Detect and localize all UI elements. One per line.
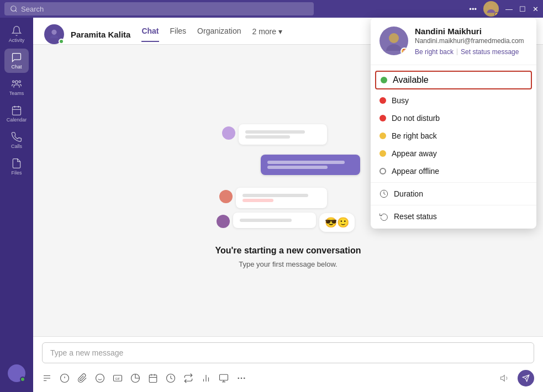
- sidebar-item-files[interactable]: Files: [4, 155, 29, 179]
- dropdown-user-name: Nandini Maikhuri: [415, 27, 528, 36]
- gif-icon[interactable]: GIF: [113, 373, 123, 383]
- svg-point-31: [241, 378, 242, 379]
- status-item-busy[interactable]: Busy: [371, 92, 536, 109]
- svg-point-30: [238, 378, 239, 379]
- dropdown-status-divider: [457, 49, 457, 55]
- conversation-title: You're starting a new conversation: [215, 246, 361, 256]
- sidebar-item-teams[interactable]: Teams: [4, 75, 29, 99]
- status-item-brb[interactable]: Be right back: [371, 127, 536, 145]
- message-toolbar: GIF: [42, 368, 534, 389]
- sidebar-item-calendar[interactable]: Calendar: [4, 102, 29, 126]
- busy-status-dot: [379, 97, 386, 104]
- illustration-bubble-3: [236, 188, 327, 208]
- profile-dropdown: ⏰ Nandini Maikhuri Nandini.maikhuri@fram…: [371, 18, 536, 229]
- dropdown-status-row: Be right back Set status message: [415, 48, 528, 56]
- svg-marker-33: [501, 375, 505, 382]
- dnd-status-dot: [379, 115, 386, 121]
- dropdown-set-status[interactable]: Set status message: [461, 48, 519, 56]
- maximize-icon[interactable]: ☐: [519, 5, 526, 13]
- contact-avatar: [44, 24, 64, 44]
- available-label: Available: [393, 75, 429, 85]
- svg-rect-19: [149, 375, 157, 383]
- tab-files[interactable]: Files: [170, 27, 187, 42]
- menu-divider-1: [371, 182, 536, 183]
- sidebar-status-dot: [20, 377, 25, 382]
- contact-status-dot: [59, 39, 64, 44]
- sidebar-item-chat[interactable]: Chat: [4, 49, 29, 73]
- dropdown-menu: Available Busy Do not disturb Be right b…: [371, 65, 536, 229]
- emoji-link-icon[interactable]: [95, 373, 105, 383]
- audio-icon[interactable]: [500, 373, 510, 383]
- sidebar-user-avatar[interactable]: [8, 364, 25, 382]
- reset-status-item[interactable]: Reset status: [371, 208, 536, 225]
- illustration-bubble-4: [233, 213, 316, 228]
- offline-label: Appear offline: [392, 167, 439, 176]
- svg-rect-27: [220, 374, 228, 380]
- tab-organization[interactable]: Organization: [197, 27, 241, 42]
- send-later-icon[interactable]: [166, 373, 176, 383]
- format-icon[interactable]: [42, 373, 52, 383]
- offline-status-dot: [379, 168, 386, 174]
- duration-icon: [379, 189, 388, 198]
- svg-point-4: [19, 81, 20, 82]
- dropdown-avatar: ⏰: [379, 27, 408, 55]
- whiteboard-icon[interactable]: [219, 373, 229, 383]
- sticker-icon[interactable]: [130, 373, 140, 383]
- svg-point-10: [51, 30, 56, 35]
- reset-icon: [379, 212, 388, 221]
- tab-chat[interactable]: Chat: [141, 27, 159, 42]
- duration-item[interactable]: Duration: [371, 185, 536, 203]
- contact-name: Paramita Kalita: [71, 30, 130, 39]
- dropdown-user-email: Nandini.maikhuri@framedmedia.com: [415, 37, 528, 45]
- illustration-emoji-bubble: 😎🙂: [319, 213, 355, 232]
- conversation-subtitle: Type your first message below.: [239, 260, 337, 268]
- titlebar-left: Search: [4, 2, 314, 15]
- attach-icon[interactable]: [77, 373, 87, 383]
- dnd-label: Do not disturb: [392, 114, 440, 123]
- svg-line-1: [15, 10, 17, 12]
- sidebar-item-activity[interactable]: Activity: [4, 22, 29, 46]
- brb-status-dot: [379, 133, 386, 139]
- message-bar: Type a new message GIF: [33, 336, 543, 392]
- svg-point-36: [389, 33, 399, 43]
- status-item-away[interactable]: Appear away: [371, 145, 536, 162]
- titlebar-status-dot: [494, 12, 499, 17]
- message-input[interactable]: Type a new message: [42, 342, 534, 363]
- dropdown-header: ⏰ Nandini Maikhuri Nandini.maikhuri@fram…: [371, 18, 536, 65]
- loop-icon[interactable]: [183, 373, 193, 383]
- schedule-icon[interactable]: [148, 373, 158, 383]
- search-placeholder: Search: [21, 5, 44, 13]
- duration-label: Duration: [394, 189, 423, 198]
- sidebar-item-calls[interactable]: Calls: [4, 128, 29, 152]
- svg-point-32: [244, 378, 245, 379]
- svg-point-5: [13, 81, 14, 82]
- send-button[interactable]: [518, 370, 534, 386]
- close-icon[interactable]: ✕: [533, 5, 539, 13]
- illustration-bubble-1: [239, 124, 327, 145]
- important-icon[interactable]: [60, 373, 70, 383]
- titlebar-right: ••• — ☐ ✕: [469, 1, 539, 17]
- minimize-icon[interactable]: —: [505, 5, 513, 13]
- svg-point-2: [488, 4, 493, 9]
- svg-point-14: [96, 374, 104, 383]
- away-label: Appear away: [392, 149, 437, 158]
- user-avatar-titlebar[interactable]: [483, 1, 499, 17]
- away-status-dot: [379, 150, 386, 157]
- available-status-dot: [381, 77, 387, 83]
- status-item-dnd[interactable]: Do not disturb: [371, 109, 536, 127]
- more-toolbar-icon[interactable]: [236, 373, 246, 383]
- titlebar: Search ••• — ☐ ✕: [0, 0, 543, 18]
- brb-label: Be right back: [392, 131, 437, 140]
- menu-divider-2: [371, 205, 536, 205]
- search-bar[interactable]: Search: [4, 2, 314, 15]
- status-item-available[interactable]: Available: [375, 71, 532, 89]
- dropdown-current-status[interactable]: Be right back: [415, 48, 454, 56]
- chart-icon[interactable]: [201, 373, 211, 383]
- illustration-bubble-2: [261, 155, 360, 175]
- more-tabs-btn[interactable]: 2 more ▾: [252, 27, 282, 42]
- busy-label: Busy: [392, 96, 409, 105]
- more-options-icon[interactable]: •••: [469, 5, 477, 13]
- chat-illustration: 😎🙂: [217, 113, 360, 235]
- status-item-offline[interactable]: Appear offline: [371, 162, 536, 180]
- svg-rect-6: [13, 107, 21, 115]
